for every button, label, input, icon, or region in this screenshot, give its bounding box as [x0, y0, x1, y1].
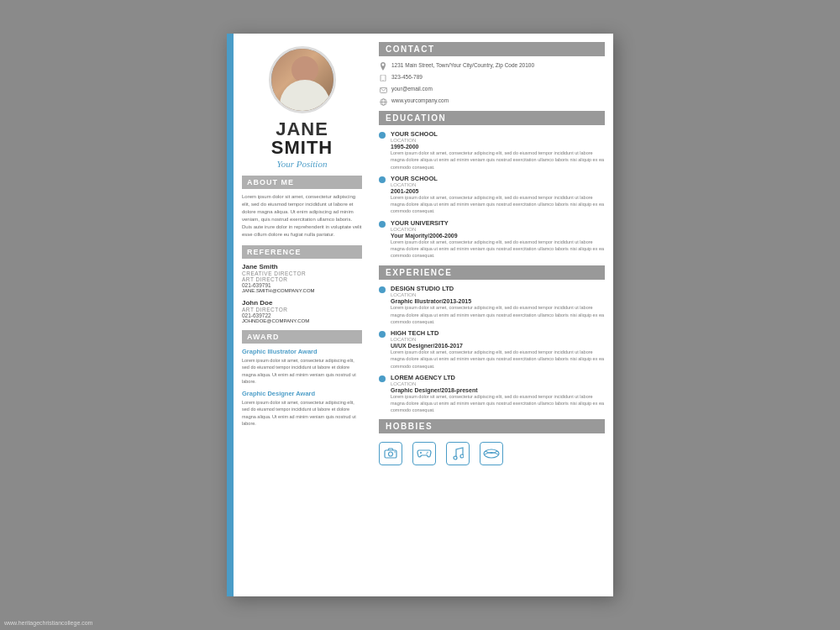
edu-3-location: LOCATION [391, 227, 605, 232]
reference-person-1: Jane Smith CREATIVE DIRECTOR ART DIRECTO… [242, 263, 362, 293]
ref-1-email: JANE.SMITH@COMPANY.COM [242, 288, 362, 293]
experience-section: EXPERIENCE DESIGN STUDIO LTD Location Gr… [379, 265, 605, 413]
exp-dot-1 [379, 286, 386, 293]
edu-3-content: YOUR UNIVERSITY LOCATION Your Majority/2… [391, 219, 605, 260]
hobby-game-icon [412, 442, 436, 465]
edu-2-school: YOUR SCHOOL [391, 175, 605, 182]
svg-point-8 [394, 451, 396, 453]
contact-header: CONTACT [379, 42, 605, 56]
award-2-title: Graphic Designer Award [242, 390, 362, 397]
award-2: Graphic Designer Award Lorem ipsum dolor… [242, 390, 362, 427]
position-title: Your Position [242, 159, 362, 169]
contact-address: 1231 Main Street, Town/Your City/Country… [379, 61, 605, 71]
education-entries: YOUR SCHOOL Location 1995-2000 Lorem ips… [379, 130, 605, 259]
name-section: JANE SMITH Your Position [242, 120, 362, 169]
left-column: JANE SMITH Your Position ABOUT ME Lorem … [234, 34, 372, 596]
svg-point-13 [454, 456, 457, 459]
exp-entry-3: LOREM AGENCY LTD Location Graphic Design… [379, 374, 605, 414]
edu-dot-1 [379, 132, 386, 139]
exp-3-content: LOREM AGENCY LTD Location Graphic Design… [391, 374, 605, 414]
edu-entry-1: YOUR SCHOOL Location 1995-2000 Lorem ips… [379, 130, 605, 171]
award-2-text: Lorem ipsum dolor sit amet, consectetur … [242, 399, 362, 427]
profile-photo [269, 46, 336, 113]
edu-1-content: YOUR SCHOOL Location 1995-2000 Lorem ips… [391, 130, 605, 171]
contact-phone: 323-456-789 [379, 73, 605, 82]
svg-point-11 [427, 452, 428, 453]
exp-2-content: HIGH TECH LTD Location UI/UX Designer/20… [391, 329, 605, 370]
location-icon [379, 62, 387, 71]
last-name: SMITH [242, 139, 362, 157]
accent-bar [227, 34, 234, 596]
reference-person-2: John Doe ART DIRECTOR 021-639722 JOHNDOE… [242, 299, 362, 323]
award-1-text: Lorem ipsum dolor sit amet, consectetur … [242, 357, 362, 385]
exp-1-company: DESIGN STUDIO LTD [391, 285, 605, 292]
edu-3-school: YOUR UNIVERSITY [391, 219, 605, 227]
hobbies-icons [379, 438, 605, 469]
exp-1-text: Lorem ipsum dolor sit amet, consectetur … [391, 304, 605, 325]
edu-entry-3: YOUR UNIVERSITY LOCATION Your Majority/2… [379, 219, 605, 260]
edu-2-content: YOUR SCHOOL Location 2001-2005 Lorem ips… [391, 175, 605, 215]
first-name: JANE [242, 120, 362, 139]
exp-2-text: Lorem ipsum dolor sit amet, consectetur … [391, 349, 605, 370]
exp-3-role: Graphic Designer/2018-present [391, 387, 605, 393]
hobby-sport-icon [480, 442, 503, 465]
hobbies-header: HOBBIES [379, 419, 605, 433]
exp-dot-2 [379, 331, 386, 338]
svg-point-14 [460, 454, 464, 458]
edu-entry-2: YOUR SCHOOL Location 2001-2005 Lorem ips… [379, 175, 605, 215]
edu-3-dates: Your Majority/2006-2009 [391, 233, 605, 239]
exp-entry-2: HIGH TECH LTD Location UI/UX Designer/20… [379, 329, 605, 370]
edu-2-text: Lorem ipsum dolor sit amet, consectetur … [391, 194, 605, 215]
watermark: www.heritagechristiancollege.com [4, 620, 92, 626]
ref-1-role: CREATIVE DIRECTOR [242, 270, 362, 276]
svg-rect-1 [382, 81, 384, 81]
ref-1-title: ART DIRECTOR [242, 276, 362, 282]
edu-1-location: Location [391, 138, 605, 143]
svg-point-7 [389, 452, 393, 456]
ref-2-phone: 021-639722 [242, 312, 362, 318]
exp-2-role: UI/UX Designer/2016-2017 [391, 343, 605, 349]
edu-dot-2 [379, 176, 386, 183]
contact-address-text: 1231 Main Street, Town/Your City/Country… [391, 61, 534, 69]
edu-1-dates: 1995-2000 [391, 144, 605, 150]
edu-2-location: Location [391, 182, 605, 187]
svg-point-12 [426, 453, 427, 454]
award-header: AWARD [242, 330, 362, 344]
award-1: Graphic Illustrator Award Lorem ipsum do… [242, 348, 362, 385]
right-column: CONTACT 1231 Main Street, Town/Your City… [372, 34, 613, 596]
contact-phone-text: 323-456-789 [391, 73, 423, 81]
exp-1-role: Graphic Illustrator/2013-2015 [391, 298, 605, 304]
about-me-text: Lorem ipsum dolor sit amet, consectetur … [242, 193, 362, 239]
exp-2-location: Location [391, 337, 605, 342]
ref-2-name: John Doe [242, 299, 362, 307]
education-header: EDUCATION [379, 111, 605, 125]
website-icon [379, 97, 387, 106]
phone-icon [379, 74, 387, 82]
edu-2-dates: 2001-2005 [391, 188, 605, 194]
about-me-header: ABOUT ME [242, 176, 362, 189]
ref-1-name: Jane Smith [242, 263, 362, 270]
exp-2-company: HIGH TECH LTD [391, 329, 605, 337]
exp-1-content: DESIGN STUDIO LTD Location Graphic Illus… [391, 285, 605, 325]
resume-document: JANE SMITH Your Position ABOUT ME Lorem … [227, 34, 613, 596]
education-section: EDUCATION YOUR SCHOOL Location 1995-2000… [379, 111, 605, 259]
edu-3-text: Lorem ipsum dolor sit amet, consectetur … [391, 239, 605, 260]
contact-email-text: your@email.com [391, 85, 433, 92]
contact-email: your@email.com [379, 85, 605, 94]
edu-1-text: Lorem ipsum dolor sit amet, consectetur … [391, 150, 605, 171]
exp-3-text: Lorem ipsum dolor sit amet, consectetur … [391, 393, 605, 414]
email-icon [379, 86, 387, 94]
award-1-title: Graphic Illustrator Award [242, 348, 362, 355]
reference-header: REFERENCE [242, 245, 362, 259]
edu-1-school: YOUR SCHOOL [391, 130, 605, 138]
contact-website: www.yourcompany.com [379, 97, 605, 106]
hobby-music-icon [446, 442, 470, 465]
ref-2-role: ART DIRECTOR [242, 307, 362, 312]
ref-1-phone: 021-639791 [242, 282, 362, 288]
exp-dot-3 [379, 375, 386, 382]
exp-3-location: Location [391, 381, 605, 386]
contact-section: CONTACT 1231 Main Street, Town/Your City… [379, 42, 605, 106]
contact-website-text: www.yourcompany.com [391, 97, 449, 104]
exp-1-location: Location [391, 292, 605, 297]
exp-3-company: LOREM AGENCY LTD [391, 374, 605, 381]
